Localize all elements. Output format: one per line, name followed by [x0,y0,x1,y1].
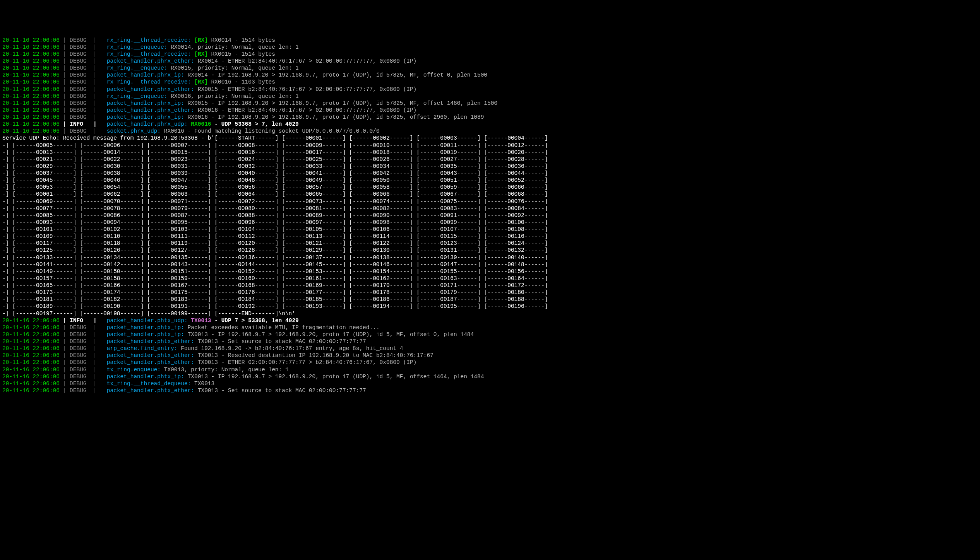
log-line: 20-11-16 22:06:06 | DEBUG | packet_handl… [2,58,978,65]
log-separator: | [60,100,70,106]
log-line: 20-11-16 22:06:06 | INFO | packet_handle… [2,121,978,128]
log-level: DEBUG [70,58,87,64]
log-separator: | [60,367,70,373]
log-timestamp: 20-11-16 22:06:06 [2,345,60,352]
echo-payload-line: -] [------00005------] [------00006-----… [2,142,978,149]
echo-payload-line: -] [------00085------] [------00086-----… [2,212,978,219]
log-timestamp: 20-11-16 22:06:06 [2,381,60,387]
log-source: packet_handler.phrx_ip: [107,100,184,106]
log-separator: | [60,324,70,331]
echo-payload-line: -] [------00029------] [------00030-----… [2,163,978,170]
echo-payload-line: -] [------00037------] [------00038-----… [2,170,978,177]
log-message: TX0013 - IP 192.168.9.7 > 192.168.9.20, … [184,331,474,338]
log-message: Packet exceedes available MTU, IP fragme… [184,324,380,331]
log-message: RX0016 - IP 192.168.9.20 > 192.168.9.7, … [184,114,484,120]
log-timestamp: 20-11-16 22:06:06 [2,128,60,134]
log-source: packet_handler.phtx_ether: [107,338,194,345]
log-separator: | [60,86,70,92]
log-message: TX0013 - IP 192.168.9.7 > 192.168.9.20, … [184,374,484,380]
log-separator: | [87,58,100,64]
log-separator: | [60,65,70,71]
log-separator: | [87,107,100,113]
log-separator: | [60,388,70,394]
log-message: RX0016 - 1103 bytes [208,79,275,85]
log-line: 20-11-16 22:06:06 | DEBUG | packet_handl… [2,107,978,114]
log-separator: | [60,93,70,99]
log-separator: | [87,359,100,365]
log-source: rx_ring.__enqueue: [107,93,168,99]
log-level: DEBUG [70,128,87,134]
log-source: tx_ring.__thread_dequeue: [107,381,191,387]
packet-tag: [RX] [194,37,208,43]
log-line: 20-11-16 22:06:06 | DEBUG | packet_handl… [2,352,978,359]
log-timestamp: 20-11-16 22:06:06 [2,79,60,85]
log-message: RX0015 - ETHER b2:84:40:76:17:67 > 02:00… [194,86,416,92]
log-timestamp: 20-11-16 22:06:06 [2,338,60,345]
log-line: 20-11-16 22:06:06 | DEBUG | rx_ring.__th… [2,37,978,44]
log-separator: | [87,51,100,57]
log-timestamp: 20-11-16 22:06:06 [2,37,60,43]
log-level: DEBUG [70,331,87,338]
log-separator: | [87,374,100,380]
log-message: RX0014 - 1514 bytes [208,37,275,43]
log-timestamp: 20-11-16 22:06:06 [2,65,60,71]
log-timestamp: 20-11-16 22:06:06 [2,359,60,365]
log-separator: | [60,331,70,338]
log-separator: | [60,114,70,120]
log-line: 20-11-16 22:06:06 | DEBUG | packet_handl… [2,324,978,331]
log-level: DEBUG [70,345,87,352]
log-separator: | [87,352,100,359]
log-message: RX0015 - 1514 bytes [208,51,275,57]
log-source: packet_handler.phrx_ip: [107,114,184,120]
echo-payload-line: -] [------00173------] [------00174-----… [2,289,978,296]
log-source: packet_handler.phtx_udp: [107,318,188,324]
log-level: INFO [70,318,87,324]
log-separator: | [60,58,70,64]
log-source: packet_handler.phtx_ip: [107,374,184,380]
log-message: RX0014 - ETHER b2:84:40:76:17:67 > 02:00… [194,58,416,64]
log-separator: | [87,37,100,43]
log-timestamp: 20-11-16 22:06:06 [2,324,60,331]
log-message: RX0016, priority: Normal, queue len: 1 [167,93,298,99]
log-level: DEBUG [70,388,87,394]
log-line: 20-11-16 22:06:06 | DEBUG | rx_ring.__en… [2,65,978,72]
log-separator: | [87,331,100,338]
log-source: packet_handler.phrx_ether: [107,86,194,92]
log-line: 20-11-16 22:06:06 | DEBUG | rx_ring.__th… [2,51,978,58]
log-level: DEBUG [70,72,87,78]
log-separator: | [60,121,70,127]
echo-payload-line: -] [------00181------] [------00182-----… [2,296,978,303]
echo-payload-line: -] [------00093------] [------00094-----… [2,219,978,226]
log-line: 20-11-16 22:06:06 | DEBUG | packet_handl… [2,331,978,338]
log-separator: | [60,44,70,50]
log-source: packet_handler.phtx_ether: [107,388,194,394]
log-line: 20-11-16 22:06:06 | DEBUG | tx_ring.enqu… [2,366,978,373]
log-separator: | [87,388,100,394]
log-timestamp: 20-11-16 22:06:06 [2,58,60,64]
log-timestamp: 20-11-16 22:06:06 [2,107,60,113]
log-timestamp: 20-11-16 22:06:06 [2,72,60,78]
log-separator: | [87,100,100,106]
log-timestamp: 20-11-16 22:06:06 [2,93,60,99]
log-source: rx_ring.__thread_receive: [107,79,191,85]
log-line: 20-11-16 22:06:06 | DEBUG | rx_ring.__th… [2,79,978,85]
log-separator: | [60,318,70,324]
log-source: packet_handler.phrx_ip: [107,72,184,78]
log-separator: | [87,79,100,85]
log-separator: | [60,128,70,134]
log-separator: | [87,114,100,120]
echo-payload-line: -] [------00077------] [------00078-----… [2,205,978,212]
terminal-output: 20-11-16 22:06:06 | DEBUG | rx_ring.__th… [0,35,980,396]
echo-payload-line: -] [------00165------] [------00166-----… [2,282,978,289]
log-line: 20-11-16 22:06:06 | DEBUG | packet_handl… [2,338,978,345]
log-separator: | [87,367,100,373]
log-source: packet_handler.phrx_ether: [107,58,194,64]
log-timestamp: 20-11-16 22:06:06 [2,331,60,338]
log-separator: | [60,352,70,359]
log-source: packet_handler.phrx_udp: [107,121,188,127]
log-level: INFO [70,121,87,127]
log-message: RX0016 - Found matching listening socket… [161,128,380,134]
log-level: DEBUG [70,352,87,359]
log-source: rx_ring.__enqueue: [107,65,168,71]
log-source: packet_handler.phrx_ether: [107,107,194,113]
